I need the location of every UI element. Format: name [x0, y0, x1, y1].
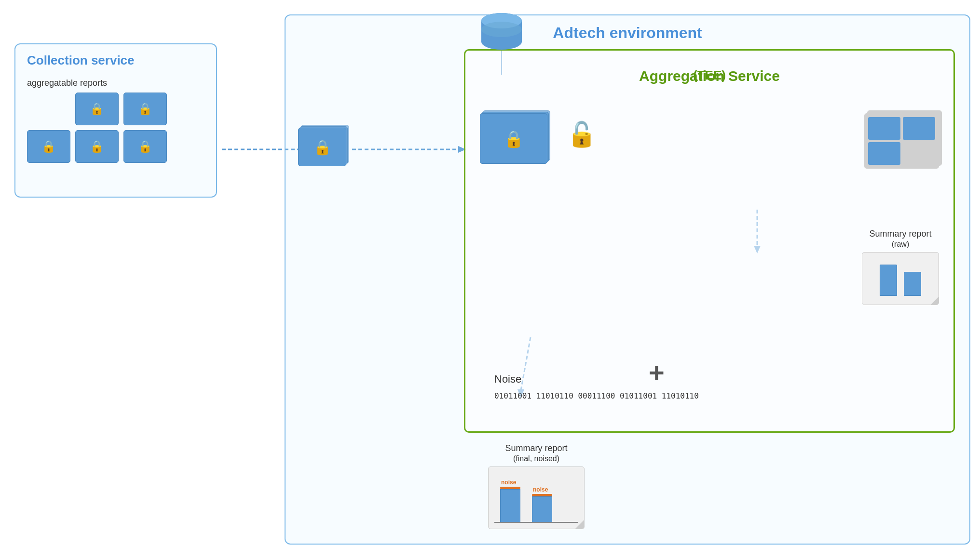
database-icon [480, 12, 523, 55]
collection-reports-grid: 🔒 🔒 🔒 🔒 🔒 [27, 93, 167, 163]
noise-label: Noise [494, 373, 699, 386]
agg-service-label: Aggregation Service [639, 68, 780, 84]
locked-card-1: 🔒 [75, 93, 119, 125]
aggregation-key-grid [864, 113, 939, 169]
locked-card-4: 🔒 [75, 130, 119, 163]
collection-sublabel: aggregatable reports [27, 78, 107, 88]
summary-report-raw: Summary report(raw) [862, 229, 939, 305]
collection-service-box: Collection service aggregatable reports … [14, 43, 217, 198]
svg-point-13 [481, 22, 522, 37]
locked-card-3: 🔒 [27, 130, 70, 163]
adtech-environment-box: Adtech environment Aggregation Service (… [285, 14, 970, 545]
summary-final-label: Summary report [505, 443, 567, 453]
plus-sign: + [649, 357, 665, 388]
locked-card-5: 🔒 [123, 130, 167, 163]
summary-report-final: Summary report (final, noised) noise noi… [488, 443, 585, 529]
summary-raw-label: Summary report(raw) [862, 229, 939, 249]
noise-data: 01011001 11010110 00011100 01011001 1101… [494, 389, 699, 402]
bundled-reports: 🔒 [298, 128, 346, 171]
collection-service-label: Collection service [27, 53, 135, 68]
noise-label-1: noise [501, 479, 516, 486]
summary-final-sublabel: (final, noised) [513, 454, 559, 463]
aggregation-service-box: Aggregation Service (TEE) 🔒 🔓 [464, 49, 955, 433]
unlock-icon: 🔓 [567, 120, 597, 148]
locked-card-2: 🔒 [123, 93, 167, 125]
adtech-env-label: Adtech environment [553, 24, 702, 42]
noise-section: Noise 01011001 11010110 00011100 0101100… [494, 373, 699, 402]
noise-label-2: noise [533, 486, 548, 493]
agg-locked-reports: 🔒 [480, 113, 547, 164]
